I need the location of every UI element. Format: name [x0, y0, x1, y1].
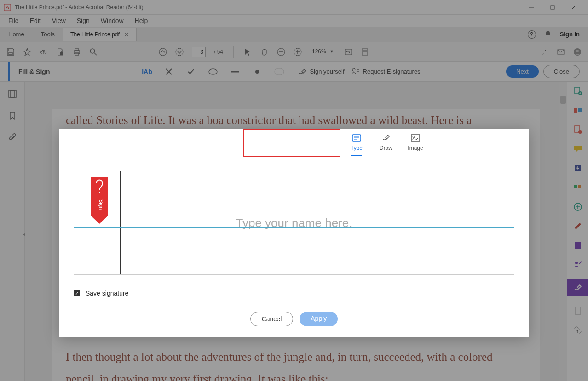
save-signature-label: Save signature: [86, 290, 128, 297]
signature-modal: Type Draw Image Sign Type your name here…: [59, 129, 529, 337]
sig-tab-type-label: Type: [351, 145, 363, 151]
cancel-button[interactable]: Cancel: [250, 312, 294, 326]
modal-backdrop: [0, 0, 588, 129]
sig-tab-draw-label: Draw: [380, 145, 392, 151]
signature-baseline: [74, 227, 514, 228]
svg-text:Sign: Sign: [98, 199, 104, 210]
sig-tab-image[interactable]: Image: [401, 129, 430, 156]
svg-rect-55: [411, 135, 420, 141]
modal-backdrop-bottom: [0, 337, 588, 381]
save-signature-checkbox[interactable]: ✓: [74, 290, 80, 296]
svg-point-56: [413, 136, 415, 138]
sig-tab-image-label: Image: [408, 145, 423, 151]
signature-divider: [120, 171, 121, 274]
signature-modal-tabs: Type Draw Image: [59, 129, 529, 156]
apply-button[interactable]: Apply: [300, 312, 338, 326]
sign-badge: Sign: [91, 177, 108, 227]
sig-tab-type[interactable]: Type: [342, 129, 371, 156]
sig-tab-draw[interactable]: Draw: [371, 129, 401, 156]
modal-backdrop-left: [0, 129, 59, 337]
modal-backdrop-right: [529, 129, 588, 337]
signature-input-area[interactable]: Sign Type your name here.: [74, 171, 514, 275]
